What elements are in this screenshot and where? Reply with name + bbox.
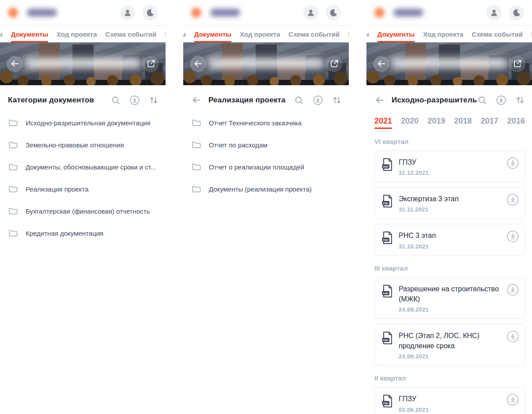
download-icon[interactable] (507, 194, 519, 207)
top-bar (366, 0, 532, 26)
quarter-heading: VI квартал (374, 138, 525, 145)
logo-icon (8, 8, 18, 18)
folder-item[interactable]: Отчет по расходам (191, 134, 342, 156)
profile-button[interactable] (487, 5, 502, 20)
document-card[interactable]: PDF Разрешение на строительство (МЖК) 24… (374, 277, 525, 319)
pdf-badge-label: PDF (383, 165, 389, 168)
back-button[interactable] (191, 95, 202, 105)
tab-project-progress[interactable]: Ход проекта (423, 26, 463, 42)
app: ы Документы Ход проекта Схема событий Ка… (0, 0, 532, 414)
tab-project-progress[interactable]: Ход проекта (240, 26, 280, 42)
year-tab-2017[interactable]: 2017 (481, 117, 498, 129)
folder-item[interactable]: Бухгалтерская (финансовая) отчетность (8, 200, 158, 222)
download-all-icon[interactable] (130, 95, 140, 105)
trees (0, 70, 166, 85)
tab-documents[interactable]: Документы (11, 26, 48, 42)
download-icon[interactable] (507, 157, 519, 171)
year-tab-2021[interactable]: 2021 (374, 117, 392, 129)
hero-back-button[interactable] (373, 56, 389, 72)
panel-document-categories: ы Документы Ход проекта Схема событий Ка… (0, 0, 166, 414)
theme-toggle-button[interactable] (509, 5, 524, 20)
download-all-icon[interactable] (313, 95, 323, 105)
tab-project-progress[interactable]: Ход проекта (57, 26, 97, 42)
project-hero-image (0, 42, 166, 85)
tab-documents[interactable]: Документы (377, 26, 415, 42)
pdf-file-icon: PDF (381, 284, 393, 300)
download-icon[interactable] (507, 394, 519, 407)
document-title: РНС 3 этап (399, 230, 502, 241)
logo-icon (191, 8, 201, 18)
theme-toggle-button[interactable] (143, 5, 158, 20)
search-icon[interactable] (477, 95, 487, 105)
year-tab-2018[interactable]: 2018 (454, 117, 472, 129)
folder-item[interactable]: Документы (реализация проекта) (191, 178, 342, 200)
year-tab-2019[interactable]: 2019 (427, 117, 445, 129)
external-link-button[interactable] (326, 56, 342, 72)
tab-clipped[interactable]: ы (366, 26, 369, 42)
page-title: Реализация проекта (208, 96, 286, 105)
tab-bar: ы Документы Ход проекта Схема событий Ка… (183, 26, 349, 42)
folder-list: Отчет Технического заказчика Отчет по ра… (191, 112, 342, 200)
profile-button[interactable] (303, 5, 318, 20)
tab-documents[interactable]: Документы (194, 26, 231, 42)
pdf-file-icon: PDF (381, 331, 393, 346)
trees (366, 70, 532, 85)
pdf-badge-label: PDF (383, 402, 389, 405)
hero-back-button[interactable] (7, 56, 23, 72)
external-link-button[interactable] (143, 56, 159, 72)
download-all-icon[interactable] (496, 95, 506, 105)
tab-event-scheme[interactable]: Схема событий (289, 26, 340, 42)
tab-cameras[interactable]: Камеры на п (165, 26, 166, 42)
folder-item[interactable]: Исходно-разрешительная документация (8, 112, 158, 134)
profile-button[interactable] (120, 5, 135, 20)
tab-cameras[interactable]: Камеры на п (348, 26, 349, 42)
pdf-badge-label: PDF (383, 202, 389, 205)
external-link-button[interactable] (509, 56, 525, 72)
document-date: 31.11.2021 (399, 206, 502, 213)
folder-item[interactable]: Отчет Технического заказчика (191, 112, 342, 134)
folder-item[interactable]: Документы, обосновывающие сроки и ст... (8, 156, 158, 178)
folder-item[interactable]: Реализация проекта (8, 178, 158, 200)
top-bar (0, 0, 166, 26)
folder-item[interactable]: Земельно-правовые отношения (8, 134, 158, 156)
folder-item[interactable]: Отчет о реализации площадей (191, 156, 342, 178)
pdf-badge-label: PDF (383, 238, 389, 241)
document-card[interactable]: PDF РНС (Этап 2, ЛОС, КНС) продление сро… (374, 324, 525, 365)
tab-clipped[interactable]: ы (183, 26, 186, 42)
hero-back-button[interactable] (190, 56, 206, 72)
back-button[interactable] (374, 95, 385, 105)
pdf-file-icon: PDF (381, 231, 393, 246)
sort-icon[interactable] (149, 95, 158, 105)
download-icon[interactable] (507, 230, 519, 244)
document-card[interactable]: PDF ГПЗУ 31.12.2021 (374, 151, 525, 182)
pdf-file-icon: PDF (381, 158, 393, 173)
app-logo (8, 8, 57, 18)
tab-clipped[interactable]: ы (0, 26, 3, 42)
year-tab-2016[interactable]: 2016 (507, 117, 525, 129)
panel-permit-documents: ы Документы Ход проекта Схема событий Ка… (366, 0, 532, 414)
document-card[interactable]: PDF Экспертиза 3 этап 31.11.2021 (374, 187, 525, 218)
document-card[interactable]: PDF РНС 3 этап 31.10.2021 (374, 224, 525, 255)
document-date: 31.12.2021 (399, 169, 502, 176)
sort-icon[interactable] (332, 95, 342, 105)
theme-toggle-button[interactable] (326, 5, 341, 20)
year-filter: 2021 2020 2019 2018 2017 2016 (374, 117, 525, 129)
document-card[interactable]: PDF ГПЗУ 02.06.2021 (374, 387, 525, 414)
year-tab-2020[interactable]: 2020 (401, 117, 419, 129)
download-icon[interactable] (507, 284, 519, 297)
pdf-badge-label: PDF (383, 291, 389, 294)
logo-wordmark-blurred (210, 9, 240, 16)
search-icon[interactable] (111, 95, 121, 105)
page-title: Исходно-разрешитель... (392, 96, 477, 105)
app-logo (191, 8, 240, 18)
search-icon[interactable] (294, 95, 304, 105)
tab-event-scheme[interactable]: Схема событий (106, 26, 157, 42)
document-date: 02.06.2021 (399, 406, 502, 413)
pdf-file-icon: PDF (381, 394, 393, 410)
document-title: ГПЗУ (399, 394, 502, 404)
quarter-heading: III квартал (374, 264, 525, 272)
folder-item[interactable]: Кредитная документация (8, 222, 158, 244)
download-icon[interactable] (507, 331, 519, 344)
tab-event-scheme[interactable]: Схема событий (472, 26, 523, 42)
sort-icon[interactable] (515, 95, 525, 105)
